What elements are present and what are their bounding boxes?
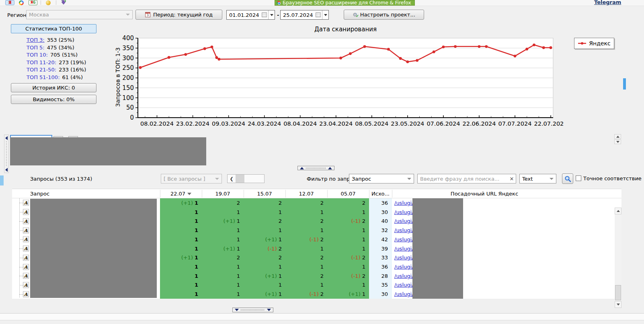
landing-url-link[interactable]: /uslugi/ bbox=[394, 236, 414, 242]
scroll-down-button[interactable] bbox=[615, 301, 621, 308]
delta-up: (+1) bbox=[265, 236, 277, 242]
scroll-up-button[interactable] bbox=[614, 134, 621, 139]
splitter-collapse-left-button[interactable] bbox=[4, 135, 8, 141]
iks-history-button[interactable]: История ИКС: 0 bbox=[11, 83, 96, 92]
scrollbar-thumb[interactable] bbox=[236, 175, 244, 183]
query-type-a-icon[interactable]: A bbox=[23, 209, 29, 215]
date-to-dropdown[interactable] bbox=[322, 10, 328, 19]
position-cell: 1 bbox=[160, 226, 202, 235]
google-icon[interactable] bbox=[18, 0, 25, 5]
exact-match-checkbox[interactable] bbox=[576, 175, 581, 181]
horizontal-splitter-bottom[interactable] bbox=[232, 308, 273, 312]
scroll-left-button[interactable]: ❮ bbox=[228, 175, 236, 183]
delta-down: (-1) bbox=[310, 291, 319, 297]
region-label: Регион: bbox=[7, 12, 28, 18]
scrollbar-thumb[interactable] bbox=[615, 285, 621, 300]
stats-top100-button[interactable]: Статистика ТОП-100 bbox=[11, 24, 96, 33]
configure-project-button[interactable]: ⚙✔ Настроить проект... bbox=[344, 10, 424, 20]
landing-url-link[interactable]: /uslugi/ bbox=[394, 209, 414, 215]
update-arrow-icon[interactable] bbox=[60, 0, 67, 5]
query-type-a-icon[interactable]: A bbox=[23, 236, 29, 242]
query-type-a-icon[interactable]: A bbox=[23, 264, 29, 270]
queries-scrollbar[interactable]: ❮ bbox=[227, 174, 265, 183]
landing-url-link[interactable]: /uslugi/ bbox=[394, 227, 414, 233]
landing-url-link[interactable]: /uslugi/ bbox=[394, 255, 414, 261]
column-header-19.07[interactable]: 19.07 bbox=[202, 190, 244, 197]
date-from-field[interactable]: 01.01.2024 bbox=[226, 10, 275, 20]
queries-count-label: Запросы (353 из 1374) bbox=[30, 176, 92, 182]
column-header-source[interactable]: Исхо... bbox=[369, 190, 392, 197]
column-header-05.07[interactable]: 05.07 bbox=[327, 190, 369, 197]
search-type-combobox[interactable]: Text bbox=[519, 174, 556, 183]
query-type-a-icon[interactable]: A bbox=[23, 255, 29, 261]
horizontal-splitter-top[interactable] bbox=[297, 166, 334, 170]
table-body: AAAAAAAAAAA (+1)12222111111(+1)122(-1)21… bbox=[12, 198, 621, 299]
yandex-google-combined-icon[interactable]: ЯG bbox=[29, 0, 37, 5]
splitter-collapse-left-button[interactable] bbox=[4, 167, 8, 172]
filter-field-combobox[interactable]: Запрос bbox=[349, 174, 414, 183]
splitter-grip bbox=[306, 167, 326, 169]
stat-top-link[interactable]: ТОП 11-20: bbox=[27, 59, 56, 65]
landing-url-link[interactable]: /uslugi/ bbox=[394, 246, 414, 252]
row-gutter: A bbox=[12, 216, 30, 226]
table-row-positions: 11111 bbox=[160, 262, 369, 271]
stat-top-link[interactable]: ТОП 51-100: bbox=[27, 74, 60, 80]
stat-top-link[interactable]: ТОП 3: bbox=[27, 37, 45, 43]
query-type-a-icon[interactable]: A bbox=[23, 282, 29, 288]
svg-text:22.06.2024: 22.06.2024 bbox=[462, 120, 496, 127]
query-type-a-icon[interactable]: A bbox=[23, 200, 29, 206]
censored-queries-block bbox=[30, 199, 157, 298]
scroll-up-button[interactable] bbox=[615, 208, 621, 214]
period-button[interactable]: 5 Период: текущий год bbox=[135, 10, 222, 20]
ball-icon[interactable] bbox=[45, 0, 51, 5]
date-from-dropdown[interactable] bbox=[268, 10, 275, 19]
queries-group-combobox[interactable]: [ Все запросы ] bbox=[161, 174, 222, 183]
date-to-field[interactable]: 25.07.2024 bbox=[280, 10, 329, 20]
query-type-a-icon[interactable]: A bbox=[23, 227, 29, 233]
scroll-down-button[interactable] bbox=[614, 139, 621, 144]
toolbar-separator bbox=[41, 0, 41, 5]
telegram-link[interactable]: Telegram bbox=[594, 0, 621, 5]
delta-up: (+1) bbox=[223, 246, 235, 252]
landing-url-link[interactable]: /uslugi/ bbox=[394, 273, 414, 279]
landing-url-link[interactable]: /uslugi/ bbox=[394, 264, 414, 270]
splitter-grip[interactable] bbox=[6, 141, 7, 166]
position-cell: 1 bbox=[285, 226, 327, 235]
table-vertical-scrollbar[interactable] bbox=[615, 208, 621, 308]
region-combobox[interactable]: Москва bbox=[26, 10, 133, 19]
chevron-down-icon bbox=[126, 14, 130, 16]
column-header-15.07[interactable]: 15.07 bbox=[244, 190, 285, 197]
query-type-a-icon[interactable]: A bbox=[23, 273, 29, 279]
position-cell: 1 bbox=[285, 244, 327, 253]
clear-search-icon[interactable]: ✕ bbox=[508, 176, 516, 182]
column-header-12.07[interactable]: 12.07 bbox=[285, 190, 327, 197]
column-header-url[interactable]: Посадочный URL Яндекс bbox=[392, 190, 577, 197]
positions-columns: (+1)12222111111(+1)122(-1)21111111(+1)1(… bbox=[160, 198, 369, 299]
stat-top-link[interactable]: ТОП 21-50: bbox=[27, 67, 56, 73]
stat-top-link[interactable]: ТОП 10: bbox=[27, 52, 48, 58]
landing-url-link[interactable]: /uslugi/ bbox=[394, 200, 414, 206]
seo-extension-banner[interactable]: Браузерное SEO расширение для Chrome & F… bbox=[275, 0, 415, 6]
query-type-a-icon[interactable]: A bbox=[23, 218, 29, 224]
source-column: 3630403242393336283530 bbox=[369, 198, 392, 299]
query-type-a-icon[interactable]: A bbox=[23, 246, 29, 252]
landing-url-link[interactable]: /uslugi/ bbox=[394, 282, 414, 288]
landing-url-link[interactable]: /uslugi/ bbox=[394, 291, 414, 297]
row-gutter: A bbox=[12, 244, 30, 253]
column-header-query[interactable]: Запрос bbox=[30, 190, 111, 197]
position-cell: 1 bbox=[244, 208, 285, 217]
position-cell: (-1)2 bbox=[285, 235, 327, 244]
yandex-icon[interactable]: Я bbox=[5, 0, 14, 5]
search-button[interactable] bbox=[562, 173, 573, 184]
position-cell: (-1)2 bbox=[285, 289, 327, 299]
stat-top-link[interactable]: ТОП 5: bbox=[27, 45, 45, 51]
search-input[interactable] bbox=[418, 176, 508, 182]
vertical-splitter[interactable] bbox=[4, 134, 9, 173]
column-header-22.07[interactable]: 22.07 bbox=[160, 190, 202, 197]
query-type-a-icon[interactable]: A bbox=[23, 291, 29, 297]
landing-url-link[interactable]: /uslugi/ bbox=[394, 218, 414, 224]
position-cell: 1 bbox=[327, 226, 369, 235]
position-cell: 1 bbox=[327, 208, 369, 217]
chart-legend-yandex[interactable]: Яндекс bbox=[574, 38, 614, 49]
visibility-button[interactable]: Видимость: 0% bbox=[11, 95, 96, 104]
